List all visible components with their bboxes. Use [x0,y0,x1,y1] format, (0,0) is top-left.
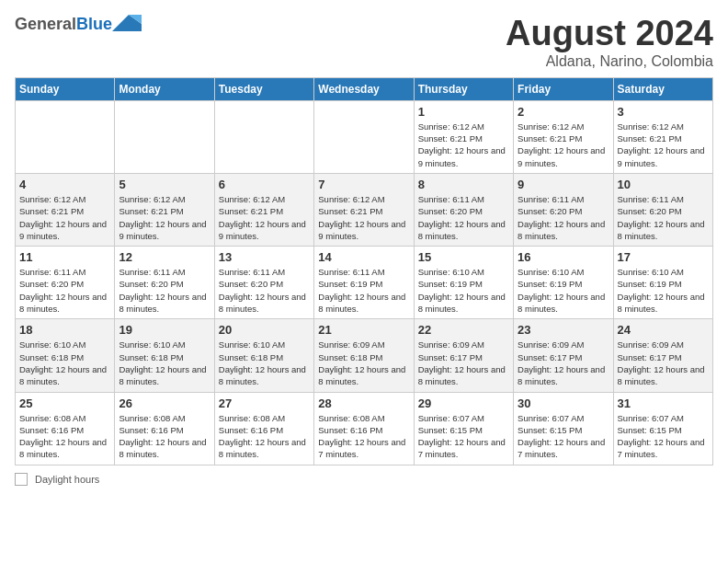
day-number: 13 [219,250,310,264]
day-info: Sunrise: 6:09 AM Sunset: 6:18 PM Dayligh… [318,339,409,387]
day-number: 24 [618,323,709,337]
day-cell: 9Sunrise: 6:11 AM Sunset: 6:20 PM Daylig… [514,173,613,246]
day-cell: 7Sunrise: 6:12 AM Sunset: 6:21 PM Daylig… [314,173,414,246]
day-info: Sunrise: 6:10 AM Sunset: 6:18 PM Dayligh… [219,339,310,387]
day-cell: 29Sunrise: 6:07 AM Sunset: 6:15 PM Dayli… [414,392,513,465]
day-info: Sunrise: 6:12 AM Sunset: 6:21 PM Dayligh… [318,193,409,242]
day-info: Sunrise: 6:12 AM Sunset: 6:21 PM Dayligh… [219,193,310,242]
week-row-5: 25Sunrise: 6:08 AM Sunset: 6:16 PM Dayli… [16,392,713,465]
day-cell: 12Sunrise: 6:11 AM Sunset: 6:20 PM Dayli… [115,247,214,319]
day-cell: 5Sunrise: 6:12 AM Sunset: 6:21 PM Daylig… [115,173,214,246]
day-cell: 14Sunrise: 6:11 AM Sunset: 6:19 PM Dayli… [314,247,414,319]
day-cell: 10Sunrise: 6:11 AM Sunset: 6:20 PM Dayli… [613,173,712,246]
page-header: GeneralBlue August 2024 Aldana, Narino, … [15,15,713,70]
day-cell: 1Sunrise: 6:12 AM Sunset: 6:21 PM Daylig… [414,100,513,173]
logo-blue: Blue [76,15,112,33]
week-row-3: 11Sunrise: 6:11 AM Sunset: 6:20 PM Dayli… [16,247,713,319]
logo-icon [112,15,142,35]
day-info: Sunrise: 6:10 AM Sunset: 6:19 PM Dayligh… [418,266,509,315]
header-monday: Monday [115,77,214,100]
day-cell: 26Sunrise: 6:08 AM Sunset: 6:16 PM Dayli… [115,392,214,465]
day-info: Sunrise: 6:11 AM Sunset: 6:20 PM Dayligh… [418,193,509,242]
calendar-table: SundayMondayTuesdayWednesdayThursdayFrid… [15,77,713,465]
day-number: 22 [418,323,509,337]
day-info: Sunrise: 6:11 AM Sunset: 6:19 PM Dayligh… [318,266,409,315]
day-cell: 22Sunrise: 6:09 AM Sunset: 6:17 PM Dayli… [414,319,513,392]
day-number: 12 [119,250,210,264]
header-friday: Friday [514,77,613,100]
day-number: 8 [418,178,509,191]
day-info: Sunrise: 6:10 AM Sunset: 6:19 PM Dayligh… [618,266,709,315]
day-cell: 28Sunrise: 6:08 AM Sunset: 6:16 PM Dayli… [314,392,414,465]
day-info: Sunrise: 6:07 AM Sunset: 6:15 PM Dayligh… [418,412,509,461]
day-number: 25 [19,396,110,410]
header-wednesday: Wednesday [314,77,414,100]
day-cell: 20Sunrise: 6:10 AM Sunset: 6:18 PM Dayli… [214,319,313,392]
day-number: 2 [518,105,609,119]
day-cell: 16Sunrise: 6:10 AM Sunset: 6:19 PM Dayli… [514,247,613,319]
title-block: August 2024 Aldana, Narino, Colombia [506,15,713,70]
day-cell: 3Sunrise: 6:12 AM Sunset: 6:21 PM Daylig… [613,100,712,173]
day-info: Sunrise: 6:12 AM Sunset: 6:21 PM Dayligh… [618,121,709,169]
header-sunday: Sunday [16,77,115,100]
day-number: 3 [618,105,709,119]
legend: Daylight hours [15,473,713,486]
day-info: Sunrise: 6:08 AM Sunset: 6:16 PM Dayligh… [119,412,210,461]
day-cell: 31Sunrise: 6:07 AM Sunset: 6:15 PM Dayli… [613,392,712,465]
day-cell: 18Sunrise: 6:10 AM Sunset: 6:18 PM Dayli… [16,319,115,392]
day-info: Sunrise: 6:09 AM Sunset: 6:17 PM Dayligh… [518,339,609,387]
day-info: Sunrise: 6:11 AM Sunset: 6:20 PM Dayligh… [219,266,310,315]
day-cell: 2Sunrise: 6:12 AM Sunset: 6:21 PM Daylig… [514,100,613,173]
day-cell [214,100,313,173]
day-number: 16 [518,250,609,264]
day-number: 9 [518,178,609,191]
day-number: 6 [219,178,310,191]
day-info: Sunrise: 6:07 AM Sunset: 6:15 PM Dayligh… [518,412,609,461]
header-saturday: Saturday [613,77,712,100]
day-info: Sunrise: 6:11 AM Sunset: 6:20 PM Dayligh… [518,193,609,242]
subtitle: Aldana, Narino, Colombia [506,53,713,70]
legend-label: Daylight hours [35,474,99,485]
day-number: 10 [618,178,709,191]
day-cell: 23Sunrise: 6:09 AM Sunset: 6:17 PM Dayli… [514,319,613,392]
day-number: 1 [418,105,509,119]
day-cell: 11Sunrise: 6:11 AM Sunset: 6:20 PM Dayli… [16,247,115,319]
day-number: 17 [618,250,709,264]
day-cell: 8Sunrise: 6:11 AM Sunset: 6:20 PM Daylig… [414,173,513,246]
header-tuesday: Tuesday [214,77,313,100]
day-cell: 19Sunrise: 6:10 AM Sunset: 6:18 PM Dayli… [115,319,214,392]
day-number: 4 [19,178,110,191]
day-number: 5 [119,178,210,191]
header-thursday: Thursday [414,77,513,100]
day-number: 31 [618,396,709,410]
day-number: 26 [119,396,210,410]
day-number: 21 [318,323,409,337]
day-cell: 21Sunrise: 6:09 AM Sunset: 6:18 PM Dayli… [314,319,414,392]
day-info: Sunrise: 6:10 AM Sunset: 6:18 PM Dayligh… [119,339,210,387]
day-cell: 27Sunrise: 6:08 AM Sunset: 6:16 PM Dayli… [214,392,313,465]
header-row: SundayMondayTuesdayWednesdayThursdayFrid… [16,77,713,100]
day-number: 27 [219,396,310,410]
day-number: 28 [318,396,409,410]
day-info: Sunrise: 6:10 AM Sunset: 6:19 PM Dayligh… [518,266,609,315]
day-cell: 30Sunrise: 6:07 AM Sunset: 6:15 PM Dayli… [514,392,613,465]
day-cell [115,100,214,173]
logo-general: General [15,15,76,33]
day-info: Sunrise: 6:07 AM Sunset: 6:15 PM Dayligh… [618,412,709,461]
day-number: 15 [418,250,509,264]
day-number: 19 [119,323,210,337]
day-number: 20 [219,323,310,337]
day-cell [16,100,115,173]
week-row-1: 1Sunrise: 6:12 AM Sunset: 6:21 PM Daylig… [16,100,713,173]
day-info: Sunrise: 6:09 AM Sunset: 6:17 PM Dayligh… [618,339,709,387]
day-number: 30 [518,396,609,410]
day-cell: 13Sunrise: 6:11 AM Sunset: 6:20 PM Dayli… [214,247,313,319]
day-number: 14 [318,250,409,264]
day-number: 7 [318,178,409,191]
day-info: Sunrise: 6:11 AM Sunset: 6:20 PM Dayligh… [119,266,210,315]
day-info: Sunrise: 6:12 AM Sunset: 6:21 PM Dayligh… [19,193,110,242]
main-title: August 2024 [506,15,713,53]
day-cell: 24Sunrise: 6:09 AM Sunset: 6:17 PM Dayli… [613,319,712,392]
logo-text: GeneralBlue [15,16,112,34]
day-number: 11 [19,250,110,264]
